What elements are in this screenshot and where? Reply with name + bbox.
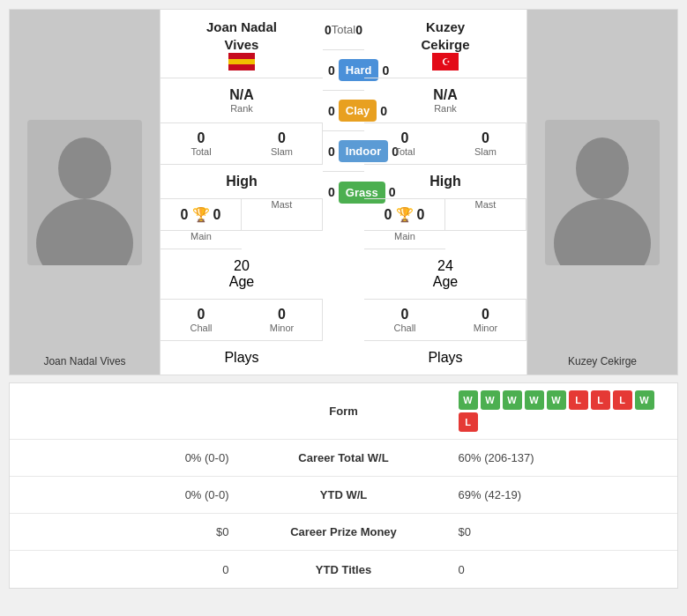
left-total-value: 0 [166, 130, 236, 146]
right-player-info: KuzeyCekirge N/A Rank 0 Total 0 Slam [364, 10, 527, 375]
total-score-left: 0 [325, 23, 332, 37]
left-rank-value: N/A [169, 87, 314, 103]
left-age-label: Age [169, 274, 314, 290]
right-chall-value: 0 [370, 307, 440, 323]
right-total-label: Total [370, 146, 440, 157]
stat-row-2: $0Career Prize Money$0 [10, 514, 677, 551]
indoor-score-left: 0 [328, 145, 335, 159]
left-rank-label: Rank [169, 103, 314, 114]
left-chall-cell: 0 Chall [161, 300, 242, 341]
right-player-name: KuzeyCekirge [421, 19, 469, 53]
left-mast-label-cell: Mast [242, 199, 323, 231]
left-player-photo: Joan Nadal Vives [10, 10, 160, 375]
left-high-value: High [169, 174, 314, 189]
form-left-empty [10, 404, 247, 419]
left-minor-label: Minor [247, 323, 317, 333]
left-avatar [23, 115, 146, 270]
right-avatar [541, 115, 664, 270]
grass-score-left: 0 [328, 185, 335, 199]
left-chall-label: Chall [166, 323, 236, 333]
stat-center-0: Career Total W/L [247, 444, 441, 471]
right-player-photo: Kuzey Cekirge [527, 10, 677, 375]
right-main-value: 0 [417, 207, 425, 223]
right-chall-cell: 0 Chall [364, 300, 445, 341]
stat-right-3: 0 [441, 556, 678, 583]
right-high-value: High [373, 174, 518, 189]
right-rank-value: N/A [373, 87, 518, 103]
left-plays-value: Plays [169, 350, 314, 366]
stat-left-1: 0% (0-0) [10, 481, 247, 508]
bottom-table: Form WWWWWLLLWL 0% (0-0)Career Total W/L… [9, 382, 678, 589]
left-player-header: Joan NadalVives [161, 10, 323, 78]
form-badge-w: W [525, 390, 544, 410]
right-slam-cell: 0 Slam [445, 123, 526, 165]
left-player-name-photo: Joan Nadal Vives [10, 355, 160, 367]
left-main-value: 0 [213, 207, 221, 223]
left-slam-cell: 0 Slam [242, 123, 323, 165]
right-age-cell: 24 Age [364, 249, 526, 300]
total-label: Total [332, 23, 355, 36]
indoor-row: 0 Indoor 0 [323, 131, 364, 172]
right-total-value: 0 [370, 130, 440, 146]
right-mast-value: 0 [385, 207, 392, 223]
right-flag-tr [432, 53, 459, 71]
left-age-cell: 20 Age [161, 249, 323, 300]
svg-point-4 [576, 137, 629, 199]
form-badge-l: L [459, 412, 478, 432]
svg-point-1 [58, 137, 111, 199]
grass-row: 0 Grass 0 [323, 172, 364, 212]
right-rank-label: Rank [373, 103, 518, 114]
right-slam-label: Slam [451, 146, 520, 157]
left-minor-cell: 0 Minor [242, 300, 323, 341]
stat-right-0: 60% (206-137) [441, 444, 678, 471]
form-row: Form WWWWWLLLWL [10, 383, 677, 440]
form-badges-container: WWWWWLLLWL [441, 383, 678, 439]
right-plays-cell: Plays [364, 341, 526, 375]
left-trophy-icon: 🏆 [192, 206, 210, 223]
stat-center-3: YTD Titles [247, 556, 441, 583]
right-slam-value: 0 [451, 130, 520, 146]
left-plays-cell: Plays [161, 341, 323, 375]
left-minor-value: 0 [247, 307, 317, 323]
right-trophy-icon: 🏆 [396, 206, 414, 223]
total-score-right: 0 [355, 23, 362, 37]
left-main-label: Main [166, 231, 236, 241]
stat-right-1: 69% (42-19) [441, 481, 678, 508]
stat-center-2: Career Prize Money [247, 518, 441, 545]
stat-left-2: $0 [10, 518, 247, 545]
right-main-label-cell: Main [364, 231, 445, 249]
right-chall-label: Chall [370, 323, 440, 333]
stat-center-1: YTD W/L [247, 481, 441, 508]
stat-row-0: 0% (0-0)Career Total W/L60% (206-137) [10, 440, 677, 477]
right-total-cell: 0 Total [364, 123, 445, 165]
right-mast-cell: 0 🏆 0 [364, 199, 445, 231]
left-total-cell: 0 Total [161, 123, 242, 165]
form-badge-w: W [481, 390, 500, 410]
stat-row-3: 0YTD Titles0 [10, 551, 677, 588]
left-high-cell: High [161, 165, 323, 199]
left-mast-cell: 0 🏆 0 [161, 199, 242, 231]
left-flag-es [228, 53, 255, 71]
right-mast-label-cell: Mast [445, 199, 526, 231]
form-badge-w: W [635, 390, 654, 410]
left-chall-value: 0 [166, 307, 236, 323]
stat-left-3: 0 [10, 556, 247, 583]
left-player-name: Joan NadalVives [206, 19, 277, 53]
form-badge-l: L [613, 390, 632, 410]
left-mast-label: Mast [247, 199, 317, 210]
total-row: 0 Total 0 [323, 10, 364, 50]
form-badge-w: W [459, 390, 478, 410]
form-badge-w: W [547, 390, 566, 410]
clay-score-left: 0 [328, 104, 335, 118]
right-plays-value: Plays [373, 350, 518, 366]
left-mast-value: 0 [181, 207, 189, 223]
form-badge-l: L [591, 390, 610, 410]
form-badges: WWWWWLLLWL [459, 390, 661, 432]
stat-left-0: 0% (0-0) [10, 444, 247, 471]
right-player-name-photo: Kuzey Cekirge [527, 355, 677, 367]
comparison-section: Joan Nadal Vives Joan NadalVives N/A Ran… [9, 9, 678, 375]
right-age-value: 24 [373, 258, 518, 274]
right-rank-cell: N/A Rank [364, 78, 526, 123]
left-total-label: Total [166, 146, 236, 157]
right-age-label: Age [373, 274, 518, 290]
